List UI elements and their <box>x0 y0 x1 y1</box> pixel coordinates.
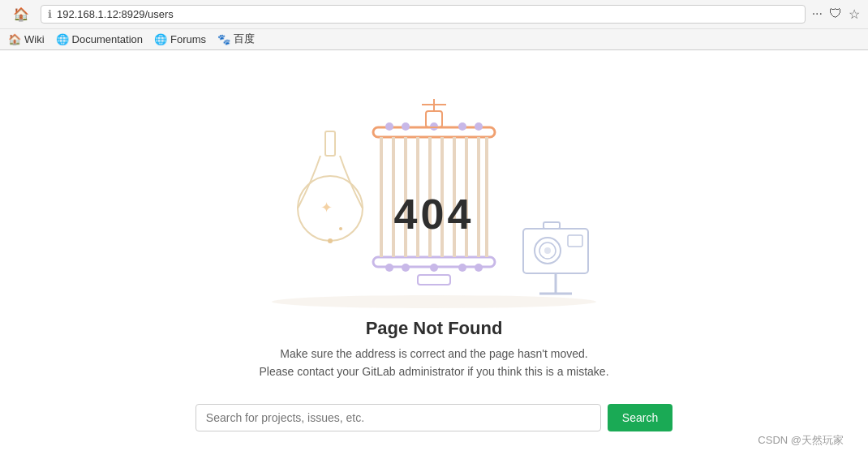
svg-text:✦: ✦ <box>320 200 333 216</box>
bookmark-documentation[interactable]: 🌐 Documentation <box>56 33 143 45</box>
search-button[interactable]: Search <box>608 404 672 431</box>
url-bar: ℹ <box>41 5 806 24</box>
error-text-block: Page Not Found Make sure the address is … <box>259 318 608 378</box>
bookmark-star-icon[interactable]: ☆ <box>849 6 860 22</box>
svg-rect-1 <box>325 131 335 156</box>
svg-point-22 <box>475 264 483 272</box>
svg-point-26 <box>458 122 466 131</box>
search-area: Search <box>196 404 672 431</box>
error-title: Page Not Found <box>259 318 608 339</box>
info-icon: ℹ <box>48 8 52 20</box>
error-description-1: Make sure the address is correct and the… <box>259 347 608 360</box>
baidu-icon: 🐾 <box>217 33 230 45</box>
overflow-menu-icon[interactable]: ··· <box>812 6 823 22</box>
bookmark-baidu-label: 百度 <box>234 32 255 46</box>
browser-chrome: 🏠 ℹ ··· 🛡 ☆ 🏠 Wiki 🌐 Documentation 🌐 For… <box>0 0 868 50</box>
forums-icon: 🌐 <box>154 33 167 45</box>
bookmarks-bar: 🏠 Wiki 🌐 Documentation 🌐 Forums 🐾 百度 <box>0 28 868 49</box>
svg-point-27 <box>475 122 483 131</box>
browser-toolbar: 🏠 ℹ ··· 🛡 ☆ <box>0 0 868 28</box>
shield-icon[interactable]: 🛡 <box>829 6 842 22</box>
svg-point-24 <box>402 122 410 131</box>
svg-point-20 <box>430 264 438 272</box>
svg-rect-38 <box>568 235 582 247</box>
search-input[interactable] <box>196 404 601 431</box>
error-description-2: Please contact your GitLab administrator… <box>259 365 608 378</box>
svg-text:404: 404 <box>394 191 475 238</box>
svg-point-5 <box>339 227 342 230</box>
browser-actions: ··· 🛡 ☆ <box>812 6 860 22</box>
page-content: ✦ <box>0 50 868 455</box>
svg-point-19 <box>402 264 410 272</box>
bookmark-forums-label: Forums <box>170 33 206 45</box>
bookmark-forums[interactable]: 🌐 Forums <box>154 33 206 45</box>
svg-point-4 <box>328 238 333 243</box>
bookmark-wiki-label: Wiki <box>24 33 45 45</box>
bookmark-wiki[interactable]: 🏠 Wiki <box>8 33 45 45</box>
watermark: CSDN @天然玩家 <box>758 433 844 448</box>
svg-rect-31 <box>418 275 450 285</box>
bookmark-documentation-label: Documentation <box>72 33 143 45</box>
url-input[interactable] <box>57 8 798 20</box>
svg-point-18 <box>385 264 393 272</box>
wiki-icon: 🏠 <box>8 33 21 45</box>
svg-point-23 <box>385 122 393 131</box>
svg-rect-37 <box>544 222 560 229</box>
svg-point-36 <box>544 247 551 254</box>
home-icon[interactable]: 🏠 <box>8 5 34 24</box>
documentation-icon: 🌐 <box>56 33 69 45</box>
svg-point-21 <box>458 264 466 272</box>
bookmark-baidu[interactable]: 🐾 百度 <box>217 32 255 46</box>
illustration: ✦ <box>231 67 637 310</box>
svg-point-0 <box>272 295 596 308</box>
